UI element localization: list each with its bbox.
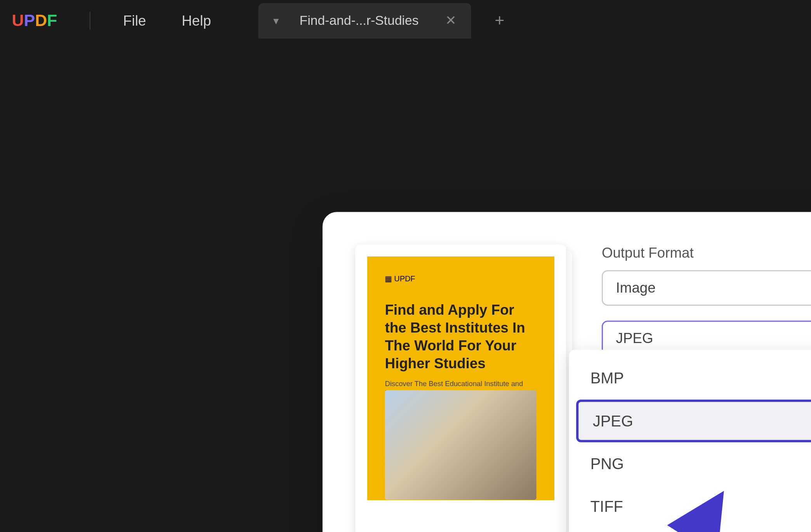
menu-help[interactable]: Help xyxy=(182,12,211,29)
menu-file[interactable]: File xyxy=(123,12,146,29)
document-tab[interactable]: ▾ Find-and-...r-Studies ✕ xyxy=(259,3,471,38)
dropdown-option-bmp[interactable]: BMP xyxy=(576,357,811,400)
tab-close-icon[interactable]: ✕ xyxy=(445,13,456,28)
export-preview: ▦ UPDF Find and Apply For the Best Insti… xyxy=(355,244,566,532)
format-select[interactable]: Image▼ xyxy=(602,270,811,306)
export-modal: ▦ UPDF Find and Apply For the Best Insti… xyxy=(323,212,811,532)
tab-dropdown-icon[interactable]: ▾ xyxy=(273,14,279,27)
output-format-label: Output Format xyxy=(602,244,811,261)
dropdown-option-jpeg[interactable]: JPEG xyxy=(576,400,811,442)
titlebar: UPDF File Help ▾ Find-and-...r-Studies ✕… xyxy=(0,0,811,41)
dropdown-option-png[interactable]: PNG xyxy=(576,442,811,485)
tab-title: Find-and-...r-Studies xyxy=(300,13,419,28)
new-tab-button[interactable]: + xyxy=(495,11,504,30)
app-logo: UPDF xyxy=(12,11,57,30)
